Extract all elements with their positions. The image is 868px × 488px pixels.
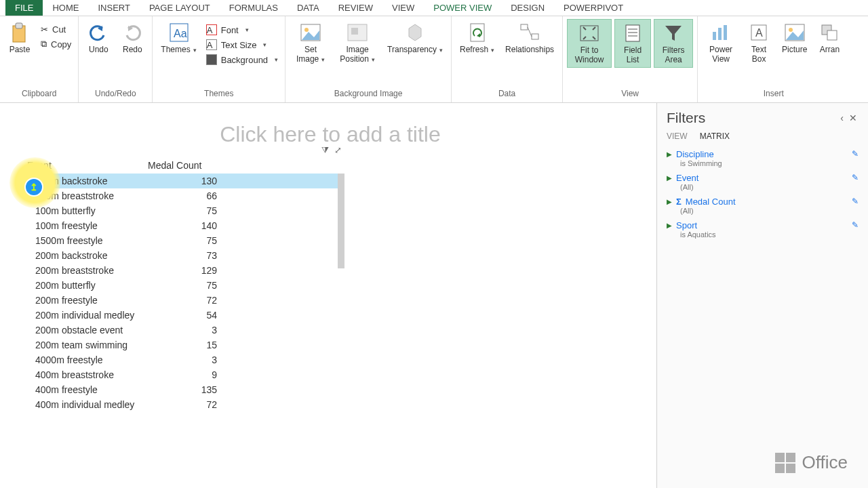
undo-button[interactable]: Undo [83, 19, 114, 57]
group-label-bgimage: Background Image [285, 86, 451, 102]
table-row[interactable]: 200m team swimming15 [19, 338, 344, 352]
image-position-button[interactable]: Image Position [334, 19, 380, 66]
table-row[interactable]: 100m backstroke130 [19, 174, 344, 188]
set-image-button[interactable]: Set Image [290, 19, 332, 66]
edit-filter-icon[interactable]: ✎ [852, 173, 859, 182]
filters-close-icon[interactable]: ✕ [846, 113, 860, 123]
cell-count: 130 [148, 176, 222, 186]
table-row[interactable]: 400m freestyle135 [19, 382, 344, 397]
text-size-icon: A [206, 39, 217, 50]
filter-item[interactable]: ▶Sportis Aquatics✎ [657, 218, 868, 241]
transparency-button[interactable]: Transparency [383, 19, 447, 57]
expand-icon[interactable]: ▶ [667, 198, 672, 205]
tab-home[interactable]: HOME [43, 0, 88, 16]
svg-text:A: A [755, 27, 763, 39]
arrange-button[interactable]: Arran [814, 19, 845, 57]
expand-icon[interactable]: ▶ [667, 222, 672, 229]
refresh-icon [467, 22, 488, 43]
background-button[interactable]: Background [203, 53, 281, 66]
table-row[interactable]: 200m freestyle72 [19, 293, 344, 308]
cell-event: 1500m freestyle [19, 235, 148, 246]
table-row[interactable]: 200m butterfly75 [19, 278, 344, 293]
fit-to-window-button[interactable]: Fit to Window [567, 19, 612, 68]
filters-tab-view[interactable]: VIEW [667, 131, 688, 141]
cell-count: 9 [148, 369, 222, 380]
expand-icon[interactable]: ▶ [667, 150, 672, 158]
table-row[interactable]: 100m freestyle140 [19, 218, 344, 233]
cell-count: 75 [148, 235, 222, 246]
filters-tab-matrix[interactable]: MATRIX [700, 131, 730, 141]
tab-view[interactable]: VIEW [382, 0, 424, 16]
tab-design[interactable]: DESIGN [501, 0, 554, 16]
table-row[interactable]: 200m breaststroke129 [19, 263, 344, 278]
redo-icon [121, 22, 143, 43]
table-row[interactable]: 100m butterfly75 [19, 203, 344, 218]
edit-filter-icon[interactable]: ✎ [852, 149, 859, 159]
table-row[interactable]: 4000m freestyle3 [19, 352, 344, 367]
undo-icon [87, 22, 109, 43]
redo-button[interactable]: Redo [117, 19, 148, 57]
tab-insert[interactable]: INSERT [88, 0, 139, 16]
field-list-icon [622, 22, 644, 44]
cell-count: 15 [148, 340, 222, 350]
filter-value: (All) [667, 183, 859, 191]
filters-body: ▶Disciplineis Swimming✎▶Event(All)✎▶Σ Me… [657, 146, 868, 241]
header-event[interactable]: Event [19, 160, 148, 171]
themes-button[interactable]: AaThemes [157, 19, 200, 57]
title-placeholder[interactable]: Click here to add a title [220, 122, 441, 147]
table-row[interactable]: 400m breaststroke9 [19, 367, 344, 382]
paste-button[interactable]: Paste [4, 19, 35, 57]
tab-data[interactable]: DATA [288, 0, 329, 16]
filter-item[interactable]: ▶Event(All)✎ [657, 170, 868, 194]
field-list-button[interactable]: Field List [614, 19, 651, 68]
edit-filter-icon[interactable]: ✎ [852, 197, 859, 206]
table-row[interactable]: 200m obstacle event3 [19, 323, 344, 338]
tab-page-layout[interactable]: PAGE LAYOUT [140, 0, 220, 16]
text-box-button[interactable]: AText Box [743, 19, 775, 66]
font-button[interactable]: AFont [203, 23, 281, 37]
matrix-popout-icon[interactable]: ⤢ [334, 145, 342, 156]
expand-icon[interactable]: ▶ [667, 174, 672, 182]
power-view-button[interactable]: Power View [702, 19, 740, 66]
table-row[interactable]: 200m individual medley54 [19, 308, 344, 323]
cell-event: 400m breaststroke [19, 369, 148, 380]
matrix-scroll-thumb[interactable] [338, 174, 344, 268]
filter-value: (All) [667, 207, 859, 215]
group-undo-redo: Undo Redo Undo/Redo [79, 16, 153, 102]
refresh-button[interactable]: Refresh [456, 19, 498, 57]
picture-button[interactable]: Picture [778, 19, 811, 57]
matrix-filter-icon[interactable]: ⧩ [321, 145, 329, 156]
relationships-button[interactable]: Relationships [501, 19, 558, 57]
table-row[interactable]: 1500m freestyle75 [19, 233, 344, 248]
table-row[interactable]: 400m individual medley72 [19, 397, 344, 412]
tab-power-view[interactable]: POWER VIEW [424, 0, 501, 16]
tab-file[interactable]: FILE [5, 0, 43, 16]
copy-button[interactable]: ⧉Copy [38, 37, 74, 51]
tab-review[interactable]: REVIEW [329, 0, 382, 16]
filter-item[interactable]: ▶Disciplineis Swimming✎ [657, 146, 868, 170]
tab-formulas[interactable]: FORMULAS [220, 0, 288, 16]
group-label-view: View [563, 86, 697, 102]
font-icon: A [206, 24, 217, 35]
tab-powerpivot[interactable]: POWERPIVOT [554, 0, 633, 16]
text-size-button[interactable]: AText Size [203, 38, 281, 52]
table-row[interactable]: 200m backstroke73 [19, 248, 344, 263]
matrix-visual[interactable]: ⧩ ⤢ Event Medal Count 100m backstroke130… [19, 157, 344, 412]
filters-area-button[interactable]: Filters Area [654, 19, 693, 68]
filters-collapse-icon[interactable]: ‹ [837, 113, 846, 123]
cell-event: 200m team swimming [19, 340, 148, 350]
cut-button[interactable]: ✂Cut [38, 23, 74, 36]
themes-icon: Aa [168, 22, 190, 43]
matrix-scrollbar[interactable] [338, 174, 344, 336]
edit-filter-icon[interactable]: ✎ [852, 220, 859, 230]
office-logo-icon [775, 453, 795, 473]
cell-event: 200m individual medley [19, 310, 148, 321]
matrix-header: Event Medal Count [19, 157, 344, 174]
report-sheet[interactable]: Click here to add a title ⧩ ⤢ Event Meda… [4, 103, 656, 488]
table-row[interactable]: 100m breaststroke66 [19, 188, 344, 203]
group-label-data: Data [452, 86, 562, 102]
text-box-icon: A [748, 22, 770, 43]
group-insert: Power View AText Box Picture Arran Inser… [698, 16, 849, 102]
header-medal-count[interactable]: Medal Count [148, 160, 344, 171]
filter-item[interactable]: ▶Σ Medal Count(All)✎ [657, 194, 868, 218]
